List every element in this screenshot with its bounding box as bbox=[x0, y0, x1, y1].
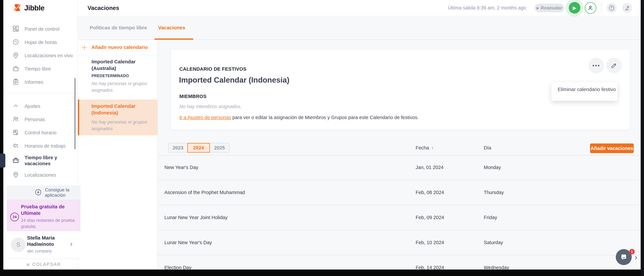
sidebar-item-tiempo-libre[interactable]: Tiempo libre bbox=[12, 62, 74, 75]
play-icon: ▶ bbox=[536, 6, 539, 10]
table-row[interactable]: New Year's Day Jan, 01 2024 Monday bbox=[158, 155, 641, 180]
collapse-icon: « bbox=[26, 261, 30, 268]
column-header-dia[interactable]: Día bbox=[484, 143, 491, 153]
resume-label: Reanudar bbox=[541, 5, 562, 10]
holiday-name: Lunar New Year's Day bbox=[164, 230, 212, 255]
table-row[interactable]: Ascension of the Prophet Muhammad Feb, 0… bbox=[158, 180, 641, 205]
people-settings-link[interactable]: Ir a Ajustes de personas bbox=[179, 115, 231, 120]
members-help-rest: para ver o editar la asignación de Miemb… bbox=[231, 115, 419, 120]
chevron-up-icon bbox=[12, 102, 19, 110]
add-holiday-button[interactable]: Añadir vacaciones bbox=[590, 143, 634, 153]
screen-edge-right bbox=[641, 0, 644, 276]
user-company: abc company bbox=[27, 249, 52, 254]
jibble-logo-text: Jibble bbox=[24, 4, 44, 12]
default-badge: PREDETERMINADO bbox=[92, 74, 129, 78]
trial-days-badge: 24 bbox=[10, 213, 19, 221]
page-title: Vacaciones bbox=[88, 0, 119, 16]
add-new-calendar-button[interactable]: Añadir nuevo calendario bbox=[78, 40, 158, 55]
sidebar-item-label: Informes bbox=[24, 79, 43, 85]
collapse-button[interactable]: « COLAPSAR bbox=[7, 259, 80, 270]
sidebar-item-label: Localizaciones bbox=[24, 172, 56, 178]
get-app-button[interactable]: Consigue la aplicación bbox=[7, 185, 80, 200]
tab-politicas-tiempo-libre[interactable]: Políticas de tiempo libre bbox=[90, 16, 147, 40]
year-button-2024-selected[interactable]: 2024 bbox=[187, 143, 210, 153]
chat-unread-count: 1 bbox=[631, 250, 633, 254]
calendar-context-menu: Eliminar calendario festivo bbox=[551, 82, 618, 101]
year-button-2023[interactable]: 2023 bbox=[168, 143, 187, 153]
clock-in-play-button[interactable]: ▶ bbox=[569, 2, 580, 13]
kiosk-button[interactable] bbox=[622, 3, 632, 13]
jibble-logo[interactable]: Jibble bbox=[13, 3, 44, 13]
sidebar-item-informes[interactable]: Informes bbox=[12, 75, 74, 89]
calendar-more-button[interactable]: ••• bbox=[588, 58, 604, 73]
dashboard-icon bbox=[12, 25, 19, 33]
kiosk-icon bbox=[624, 5, 630, 11]
header-divider bbox=[601, 3, 601, 12]
calendar-subtitle: No hay personas ni grupos asignados bbox=[92, 80, 150, 94]
sidebar: Jibble Panel de control Hojas de horas L… bbox=[3, 0, 78, 270]
chevron-right-icon[interactable]: › bbox=[635, 253, 637, 262]
active-tab-underline bbox=[154, 38, 193, 40]
sidebar-item-tiempo-libre-y-vacaciones[interactable]: Tiempo libre y vacaciones bbox=[12, 153, 74, 168]
clocked-status-avatar[interactable] bbox=[585, 2, 596, 14]
clock-icon bbox=[12, 38, 19, 46]
sort-asc-icon: ↑ bbox=[432, 145, 434, 150]
screen-edge-bottom bbox=[0, 270, 644, 276]
holiday-date: Feb, 09 2024 bbox=[416, 205, 444, 230]
calendar-title: Imported Calendar (Australia) bbox=[92, 58, 146, 72]
sidebar-item-localizaciones[interactable]: Localizaciones bbox=[12, 168, 74, 182]
calendar-subtitle: No hay personas ni grupos asignados bbox=[92, 119, 150, 132]
download-icon bbox=[34, 189, 42, 197]
calendar-title: Imported Calendar (Indonesia) bbox=[92, 103, 146, 116]
clipboard-icon bbox=[12, 78, 19, 86]
holiday-day: Friday bbox=[484, 205, 497, 230]
year-selector: 2023 2024 2025 bbox=[168, 143, 230, 153]
column-header-fecha[interactable]: Fecha↑ bbox=[416, 143, 434, 153]
location-pin-icon bbox=[12, 171, 19, 179]
sidebar-item-control-horario[interactable]: Control horario bbox=[12, 126, 74, 139]
resume-button[interactable]: ▶ Reanudar bbox=[534, 4, 564, 12]
card-kicker: CALENDARIO DE FESTIVOS bbox=[179, 66, 246, 72]
sidebar-item-label: Localizaciones en vivo bbox=[24, 53, 73, 58]
sidebar-item-label: Ajustes bbox=[24, 103, 40, 109]
main-content: CALENDARIO DE FESTIVOS Imported Calendar… bbox=[158, 40, 641, 270]
schedule-icon bbox=[12, 142, 19, 150]
briefcase-icon bbox=[12, 65, 19, 73]
calendar-item-indonesia-selected[interactable]: Imported Calendar (Indonesia) No hay per… bbox=[78, 99, 158, 135]
add-holiday-label: Añadir vacaciones bbox=[590, 146, 633, 151]
collapse-label: COLAPSAR bbox=[32, 262, 61, 267]
sidebar-item-panel-de-control[interactable]: Panel de control bbox=[12, 22, 74, 36]
last-clockout-status: Última salida 8:39 am, 2 months ago bbox=[448, 0, 526, 16]
sidebar-item-localizaciones-en-vivo[interactable]: Localizaciones en vivo bbox=[12, 49, 74, 62]
members-help-line: Ir a Ajustes de personas para ver o edit… bbox=[179, 115, 419, 120]
user-profile[interactable]: S Stella Maria Hadiwinoto abc company › bbox=[7, 232, 80, 258]
fecha-label: Fecha bbox=[416, 145, 429, 150]
holiday-day: Thursday bbox=[484, 180, 504, 205]
edit-calendar-button[interactable] bbox=[606, 58, 622, 73]
trial-banner[interactable]: 24 Prueba gratuita de Ultimate 24 días r… bbox=[7, 200, 80, 231]
sidebar-item-label: Tiempo libre y vacaciones bbox=[24, 155, 74, 167]
help-button[interactable] bbox=[607, 3, 616, 13]
delete-calendar-menu-item[interactable]: Eliminar calendario festivo bbox=[558, 82, 616, 96]
sidebar-divider bbox=[7, 93, 80, 93]
tab-vacaciones[interactable]: Vacaciones bbox=[158, 16, 185, 40]
holiday-name: Ascension of the Prophet Muhammad bbox=[164, 180, 245, 205]
sidebar-item-label: Personas bbox=[24, 116, 45, 122]
sidebar-item-personas[interactable]: Personas bbox=[12, 113, 74, 126]
screen-edge-left bbox=[0, 0, 3, 276]
members-empty-text: No hay miembros asignados. bbox=[179, 104, 242, 109]
get-app-label: Consigue la aplicación bbox=[45, 187, 80, 198]
plus-icon bbox=[81, 44, 88, 51]
sidebar-item-horarios-de-trabajo[interactable]: Horarios de trabajo bbox=[12, 139, 74, 153]
tab-bar: Políticas de tiempo libre Vacaciones bbox=[78, 16, 641, 40]
chat-unread-badge: 1 bbox=[629, 249, 635, 255]
sidebar-item-hojas-de-horas[interactable]: Hojas de horas bbox=[12, 36, 74, 49]
calendar-item-australia[interactable]: Imported Calendar (Australia) PREDETERMI… bbox=[78, 55, 158, 99]
table-row[interactable]: Lunar New Year's Day Feb, 10 2024 Saturd… bbox=[158, 230, 641, 255]
sidebar-scrollbar[interactable] bbox=[74, 78, 76, 149]
year-button-2025[interactable]: 2025 bbox=[210, 143, 230, 153]
chevron-right-icon[interactable]: › bbox=[70, 240, 72, 248]
sidebar-item-ajustes[interactable]: Ajustes bbox=[12, 99, 74, 113]
holiday-name: New Year's Day bbox=[164, 155, 198, 180]
table-row[interactable]: Lunar New Year Joint Holiday Feb, 09 202… bbox=[158, 205, 641, 230]
